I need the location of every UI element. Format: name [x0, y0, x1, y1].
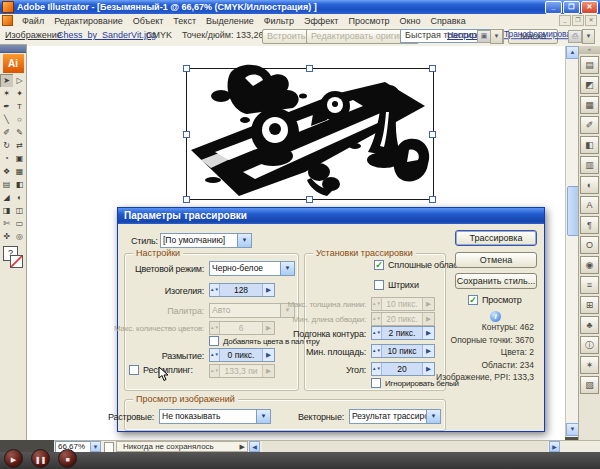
chevron-down-icon[interactable]: ▼ [427, 409, 441, 424]
opacity-dropdown[interactable]: ▼ [490, 29, 503, 44]
close-button[interactable]: ✕ [581, 1, 598, 14]
free-transform-tool[interactable]: ▣ [13, 152, 26, 165]
eraser-tool[interactable]: ▭ [13, 217, 26, 230]
ignore-white-checkbox[interactable] [371, 378, 381, 388]
chevron-down-icon[interactable]: ▼ [257, 409, 271, 424]
panel-transparency[interactable]: ▥ [580, 156, 599, 174]
strokes-checkbox[interactable] [374, 280, 384, 290]
selection-handle[interactable] [429, 65, 436, 72]
panel-opentype[interactable]: O [580, 236, 599, 254]
blur-stepper[interactable]: ▲▼ 0 пикс. ▶ [209, 348, 275, 362]
panel-attributes[interactable]: ◉ [580, 256, 599, 274]
panel-stroke[interactable]: ◐ [580, 176, 599, 194]
panel-character[interactable]: A [580, 196, 599, 214]
stepper-arrows-icon[interactable]: ▲▼ [210, 349, 220, 361]
type-tool[interactable]: T [13, 100, 26, 113]
menu-item[interactable]: Текст [168, 16, 201, 26]
more-options-dropdown[interactable]: ▼ [582, 29, 595, 44]
selection-handle[interactable] [183, 131, 190, 138]
slider-popup-icon[interactable]: ▶ [262, 349, 274, 361]
selection-tool[interactable]: ➤ [0, 74, 13, 87]
symbol-sprayer-tool[interactable]: ❖ [0, 165, 13, 178]
selection-handle[interactable] [183, 196, 190, 203]
resample-checkbox[interactable] [129, 365, 139, 375]
panel-symbols[interactable]: ♣ [580, 316, 599, 334]
max-stroke-stepper[interactable]: ▲▼ 10 пикс. ▶ [371, 297, 435, 311]
direct-selection-tool[interactable]: ▷ [13, 74, 26, 87]
stop-button[interactable]: ■ [58, 449, 77, 468]
selection-handle[interactable] [429, 196, 436, 203]
eyedropper-tool[interactable]: ◢ [0, 191, 13, 204]
blend-tool[interactable]: ◐ [13, 191, 26, 204]
toolbox-grip[interactable] [0, 45, 26, 53]
vector-preview-select[interactable]: Результат трассировки ▼ [349, 409, 441, 424]
filename-link[interactable]: Chess_by_SanderVit.jpg [57, 30, 156, 40]
opacity-icon[interactable]: ▣ [477, 30, 491, 43]
doc-minimize-button[interactable]: _ [559, 15, 571, 26]
magic-wand-tool[interactable]: ✶ [0, 87, 13, 100]
slider-popup-icon[interactable]: ▶ [422, 363, 434, 375]
vertical-scrollbar[interactable]: ▲ ▼ [565, 46, 578, 437]
selection-handle[interactable] [306, 65, 313, 72]
selection-handle[interactable] [429, 131, 436, 138]
min-stroke-stepper[interactable]: ▲▼ 20 пикс. ▶ [371, 312, 435, 326]
embed-button[interactable]: Встроить [262, 29, 310, 44]
rotate-tool[interactable]: ↻ [0, 139, 13, 152]
resample-stepper[interactable]: ▲▼ 133,3 пи ▶ [209, 364, 275, 378]
status-popup-icon[interactable]: ▶ [240, 442, 245, 452]
status-message[interactable]: Никогда не сохранялось ▶ [116, 441, 248, 452]
menu-item[interactable]: Фильтр [259, 16, 299, 26]
pause-button[interactable]: ❚❚ [31, 449, 50, 468]
scroll-left-arrow[interactable]: ◀ [249, 441, 260, 452]
add-to-swatches-checkbox[interactable] [209, 336, 219, 346]
cancel-button[interactable]: Отмена [455, 252, 537, 268]
menu-item[interactable]: Просмотр [343, 16, 394, 26]
zoom-dropdown[interactable]: ▼ [90, 441, 101, 452]
style-select[interactable]: [По умолчанию] ▼ [160, 233, 252, 248]
slider-popup-icon[interactable]: ▶ [262, 284, 274, 296]
maximize-button[interactable]: ❐ [563, 1, 580, 14]
panel-graphic-styles[interactable]: ▧ [580, 376, 599, 394]
threshold-stepper[interactable]: ▲▼ 128 ▶ [209, 283, 275, 297]
save-style-button[interactable]: Сохранить стиль... [455, 273, 537, 289]
corner-angle-stepper[interactable]: ▲▼ 20 ▶ [371, 362, 435, 376]
menu-item[interactable]: Редактирование [49, 16, 128, 26]
warp-tool[interactable]: ◔ [0, 152, 13, 165]
selection-handle[interactable] [306, 196, 313, 203]
stepper-arrows-icon[interactable]: ▲▼ [372, 345, 382, 357]
live-paint-selection-tool[interactable]: ◫ [13, 204, 26, 217]
trace-button[interactable]: Трассировка [455, 230, 537, 246]
graph-tool[interactable]: ▦ [13, 165, 26, 178]
doc-close-button[interactable]: ✕ [585, 15, 597, 26]
panel-brushes[interactable]: ✐ [580, 116, 599, 134]
path-fit-stepper[interactable]: ▲▼ 2 пикс. ▶ [371, 326, 435, 340]
panel-appearance[interactable]: ✶ [580, 356, 599, 374]
paintbrush-tool[interactable]: ✐ [0, 126, 13, 139]
menu-item[interactable]: Выделение [201, 16, 259, 26]
minimize-button[interactable]: _ [545, 1, 562, 14]
chevron-down-icon[interactable]: ▼ [238, 233, 252, 248]
color-mode-select[interactable]: Черно-белое ▼ [209, 261, 295, 276]
slider-popup-icon[interactable]: ▶ [422, 345, 434, 357]
gradient-tool[interactable]: ◧ [13, 178, 26, 191]
print-icon[interactable]: ⎙ [568, 30, 582, 43]
panel-info[interactable]: ⓘ [580, 336, 599, 354]
scissors-tool[interactable]: ✄ [0, 217, 13, 230]
scale-tool[interactable]: ⇄ [13, 139, 26, 152]
menu-item[interactable]: Окно [395, 16, 426, 26]
menu-item[interactable]: Объект [128, 16, 169, 26]
stroke-none-swatch[interactable] [10, 255, 23, 268]
panel-paragraph[interactable]: ¶ [580, 216, 599, 234]
pencil-tool[interactable]: ✎ [13, 126, 26, 139]
panel-swatches[interactable]: ▤ [580, 56, 599, 74]
lasso-tool[interactable]: ✦ [13, 87, 26, 100]
menu-item[interactable]: Эффект [299, 16, 343, 26]
panel-gradient[interactable]: ◧ [580, 136, 599, 154]
mesh-tool[interactable]: ▤ [0, 178, 13, 191]
stepper-arrows-icon[interactable]: ▲▼ [372, 363, 382, 375]
line-tool[interactable]: ╲ [0, 113, 13, 126]
min-area-stepper[interactable]: ▲▼ 10 пикс ▶ [371, 344, 435, 358]
menu-item[interactable]: Файл [17, 16, 49, 26]
selection-handle[interactable] [183, 65, 190, 72]
chevron-down-icon[interactable]: ▼ [281, 261, 295, 276]
